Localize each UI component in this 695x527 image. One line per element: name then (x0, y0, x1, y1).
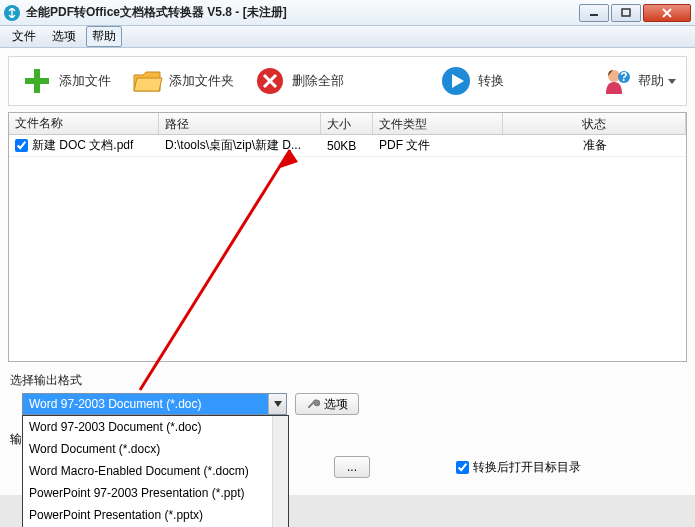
row-size: 50KB (321, 137, 373, 155)
row-filename: 新建 DOC 文档.pdf (32, 137, 133, 154)
open-after-checkbox[interactable] (456, 461, 469, 474)
col-header-path[interactable]: 路径 (159, 113, 321, 134)
delete-icon (252, 63, 288, 99)
menu-options[interactable]: 选项 (46, 26, 82, 47)
scrollbar[interactable] (272, 416, 288, 527)
svg-rect-1 (622, 9, 630, 16)
add-file-button[interactable]: 添加文件 (13, 59, 117, 103)
row-checkbox[interactable] (15, 139, 28, 152)
menu-file[interactable]: 文件 (6, 26, 42, 47)
combo-option[interactable]: PowerPoint 97-2003 Presentation (*.ppt) (23, 482, 288, 504)
svg-marker-13 (274, 401, 282, 407)
help-user-icon: ? (598, 63, 634, 99)
combo-selected-value: Word 97-2003 Document (*.doc) (23, 394, 268, 414)
combo-dropdown: Word 97-2003 Document (*.doc) Word Docum… (22, 415, 289, 527)
plus-icon (19, 63, 55, 99)
col-header-size[interactable]: 大小 (321, 113, 373, 134)
window-title: 全能PDF转Office文档格式转换器 V5.8 - [未注册] (26, 4, 579, 21)
chevron-down-icon[interactable] (268, 394, 286, 414)
help-button[interactable]: ? 帮助 (592, 59, 682, 103)
output-format-combo[interactable]: Word 97-2003 Document (*.doc) Word 97-20… (22, 393, 287, 415)
add-folder-button[interactable]: 添加文件夹 (123, 59, 240, 103)
close-button[interactable] (643, 4, 691, 22)
svg-text:?: ? (620, 70, 627, 84)
file-grid: 文件名称 路径 大小 文件类型 状态 新建 DOC 文档.pdf D:\tool… (8, 112, 687, 362)
browse-button[interactable]: ... (334, 456, 370, 478)
app-icon (4, 5, 20, 21)
row-status: 准备 (503, 135, 686, 156)
combo-option[interactable]: Word 97-2003 Document (*.doc) (23, 416, 288, 438)
svg-rect-3 (25, 78, 49, 84)
svg-marker-10 (668, 79, 676, 84)
options-button[interactable]: 选项 (295, 393, 359, 415)
col-header-name[interactable]: 文件名称 (9, 113, 159, 134)
menu-help[interactable]: 帮助 (86, 26, 122, 47)
open-after-label: 转换后打开目标目录 (473, 459, 581, 476)
minimize-button[interactable] (579, 4, 609, 22)
combo-option[interactable]: Word Document (*.docx) (23, 438, 288, 460)
play-icon (438, 63, 474, 99)
wrench-icon (306, 397, 320, 411)
convert-button[interactable]: 转换 (432, 59, 510, 103)
col-header-type[interactable]: 文件类型 (373, 113, 503, 134)
combo-option[interactable]: PowerPoint Presentation (*.pptx) (23, 504, 288, 526)
folder-icon (129, 63, 165, 99)
row-type: PDF 文件 (373, 135, 503, 156)
col-header-status[interactable]: 状态 (503, 113, 686, 134)
toolbar: 添加文件 添加文件夹 删除全部 转换 ? 帮助 (8, 56, 687, 106)
table-row[interactable]: 新建 DOC 文档.pdf D:\tools\桌面\zip\新建 D... 50… (9, 135, 686, 157)
delete-all-button[interactable]: 删除全部 (246, 59, 350, 103)
output-format-label: 选择输出格式 (8, 368, 687, 393)
maximize-button[interactable] (611, 4, 641, 22)
combo-option[interactable]: Word Macro-Enabled Document (*.docm) (23, 460, 288, 482)
chevron-down-icon (668, 77, 676, 85)
row-path: D:\tools\桌面\zip\新建 D... (159, 135, 321, 156)
